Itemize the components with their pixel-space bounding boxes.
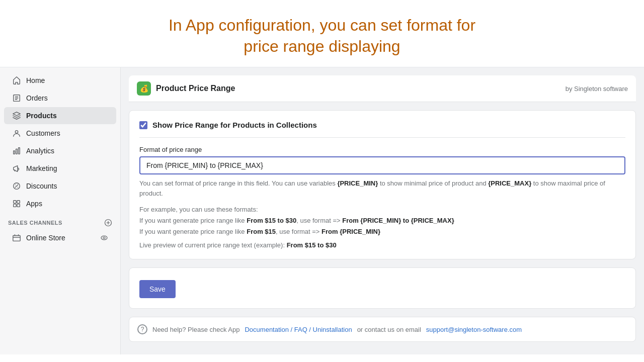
svg-point-1	[15, 131, 18, 133]
sidebar-item-orders[interactable]: Orders	[4, 89, 116, 107]
svg-rect-8	[14, 204, 16, 207]
svg-rect-11	[13, 236, 20, 241]
svg-rect-7	[17, 201, 20, 203]
help-var2: {PRICE_MAX}	[488, 179, 531, 187]
apps-icon	[12, 199, 21, 208]
app-icon: 💰	[137, 81, 151, 96]
sidebar-item-discounts[interactable]: Discounts	[4, 177, 116, 195]
home-icon	[12, 76, 21, 85]
example-1-bold2: From {PRICE_MIN} to {PRICE_MAX}	[342, 217, 454, 224]
marketing-icon	[12, 164, 21, 173]
svg-rect-3	[16, 149, 18, 154]
example-2-bold2: From {PRICE_MIN}	[321, 228, 380, 235]
sidebar-item-home[interactable]: Home	[4, 72, 116, 89]
sidebar-label-customers: Customers	[26, 129, 60, 137]
products-icon	[12, 111, 21, 120]
svg-rect-2	[14, 151, 15, 154]
main-content: 💰 Product Price Range by Singleton softw…	[121, 67, 644, 354]
format-field-group: Format of price range You can set format…	[139, 146, 625, 249]
sidebar-label-online-store: Online Store	[26, 234, 65, 242]
save-button[interactable]: Save	[139, 280, 176, 298]
discounts-icon	[12, 182, 21, 191]
docs-link[interactable]: Documentation / FAQ / Uninstallation	[245, 326, 352, 333]
add-sales-channel-icon[interactable]	[104, 219, 112, 227]
example-1: If you want generate price range like Fr…	[139, 215, 625, 226]
main-heading: In App configuration, you can set format…	[10, 15, 634, 57]
sidebar-label-analytics: Analytics	[26, 147, 54, 155]
sidebar-item-products[interactable]: Products	[4, 107, 116, 124]
svg-point-12	[101, 236, 107, 240]
sidebar-item-analytics[interactable]: Analytics	[4, 142, 116, 159]
app-header: 💰 Product Price Range by Singleton softw…	[129, 75, 636, 102]
help-var1: {PRICE_MIN}	[337, 179, 378, 187]
sidebar-label-products: Products	[26, 112, 57, 120]
customers-icon	[12, 129, 21, 138]
online-store-eye-icon[interactable]	[100, 234, 108, 242]
analytics-icon	[12, 146, 21, 155]
show-price-range-checkbox[interactable]	[139, 121, 147, 129]
checkbox-label[interactable]: Show Price Range for Products in Collect…	[152, 121, 317, 129]
help-text-mid: or contact us on email	[357, 326, 421, 333]
orders-icon	[12, 94, 21, 103]
format-field-label: Format of price range	[139, 146, 625, 153]
svg-point-13	[103, 237, 105, 239]
example-intro: For example, you can use these formats:	[139, 204, 625, 215]
help-footer: ? Need help? Please check App Documentat…	[129, 317, 636, 342]
example-1-bold1: From $15 to $30	[247, 217, 296, 224]
email-link[interactable]: support@singleton-software.com	[426, 326, 522, 333]
sidebar-item-online-store[interactable]: Online Store	[4, 229, 116, 246]
help-text: You can set format of price range in thi…	[139, 178, 625, 198]
example-2: If you want generate price range like Fr…	[139, 226, 625, 237]
help-icon: ?	[137, 324, 147, 334]
sidebar-item-marketing[interactable]: Marketing	[4, 160, 116, 177]
checkbox-row: Show Price Range for Products in Collect…	[139, 121, 625, 138]
sidebar-label-apps: Apps	[26, 200, 42, 208]
example-2-bold1: From $15	[247, 228, 276, 235]
page-title-area: In App configuration, you can set format…	[0, 0, 644, 67]
online-store-icon	[12, 233, 21, 242]
app-title: Product Price Range	[156, 84, 235, 93]
sidebar-label-marketing: Marketing	[26, 164, 57, 172]
live-preview-value: From $15 to $30	[287, 241, 337, 249]
sidebar-label-home: Home	[26, 76, 45, 84]
sidebar-label-orders: Orders	[26, 94, 48, 102]
format-input[interactable]	[139, 156, 625, 174]
sidebar: Home Orders Products	[0, 67, 121, 354]
svg-rect-6	[14, 201, 16, 203]
sidebar-item-customers[interactable]: Customers	[4, 125, 116, 142]
help-text-prefix: Need help? Please check App	[152, 326, 239, 333]
app-by-label: by Singleton software	[566, 85, 628, 93]
sales-channels-section: SALES CHANNELS	[0, 213, 120, 229]
sidebar-label-discounts: Discounts	[26, 182, 57, 190]
save-card: Save	[129, 267, 636, 309]
sidebar-item-apps[interactable]: Apps	[4, 195, 116, 212]
live-preview: Live preview of current price range text…	[139, 241, 625, 249]
svg-rect-4	[19, 148, 20, 154]
settings-card: Show Price Range for Products in Collect…	[129, 110, 636, 259]
svg-rect-9	[17, 204, 20, 207]
